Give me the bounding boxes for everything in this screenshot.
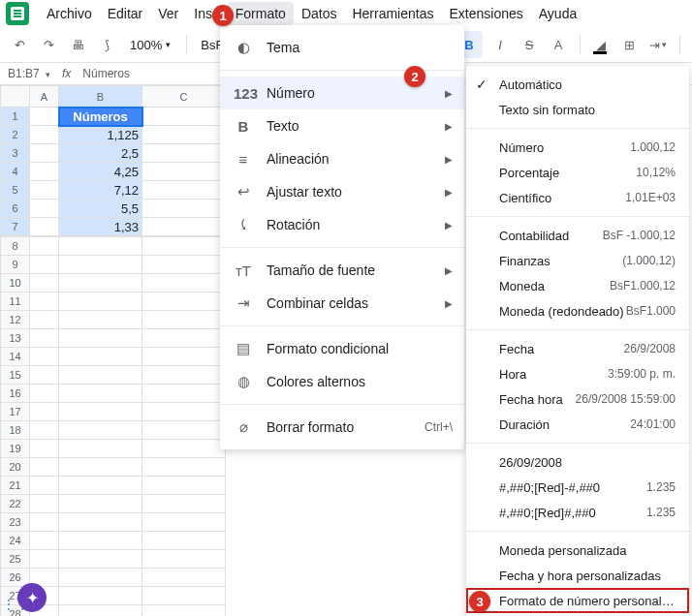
row-header[interactable]: 18 (1, 421, 30, 440)
cell[interactable] (30, 293, 59, 311)
cell[interactable] (142, 532, 226, 550)
cell[interactable] (59, 274, 142, 293)
cell[interactable] (142, 550, 226, 569)
cell[interactable] (142, 366, 226, 385)
format-theme[interactable]: ◐Tema (220, 31, 464, 64)
cell[interactable] (30, 513, 59, 532)
row-header[interactable]: 23 (1, 513, 30, 532)
cell[interactable] (59, 569, 142, 587)
cell[interactable] (30, 181, 59, 200)
row-header[interactable]: 5 (1, 181, 30, 200)
cell[interactable] (142, 421, 226, 440)
print-button[interactable]: 🖶 (66, 33, 89, 56)
menu-archivo[interactable]: Archivo (39, 2, 100, 25)
row-header[interactable]: 25 (1, 550, 30, 569)
numfmt-duration[interactable]: Duración24:01:00 (466, 412, 689, 437)
cell[interactable] (142, 348, 226, 366)
cell[interactable] (30, 329, 59, 348)
cell[interactable] (142, 385, 226, 403)
cell[interactable] (30, 108, 59, 126)
cell[interactable] (142, 513, 226, 532)
select-all-corner[interactable] (1, 86, 30, 108)
row-header[interactable]: 3 (1, 144, 30, 163)
menu-ayuda[interactable]: Ayuda (531, 2, 584, 25)
cell[interactable] (59, 293, 142, 311)
cell[interactable] (30, 274, 59, 293)
format-conditional[interactable]: ▤Formato condicional (220, 332, 464, 365)
format-merge[interactable]: ⇥Combinar celdas▶ (220, 287, 464, 320)
cell[interactable] (59, 348, 142, 366)
cell[interactable] (142, 293, 226, 311)
numfmt-currency-rounded[interactable]: Moneda (redondeado)BsF1.000 (466, 298, 689, 323)
cell[interactable] (30, 163, 59, 181)
cell[interactable] (30, 348, 59, 366)
explore-button[interactable]: ✦ (17, 583, 47, 612)
cell[interactable] (142, 569, 226, 587)
numfmt-scientific[interactable]: Científico1,01E+03 (466, 185, 689, 210)
cell[interactable] (59, 532, 142, 550)
menu-ver[interactable]: Ver (150, 2, 186, 25)
cell[interactable] (30, 477, 59, 495)
numfmt-number[interactable]: Número1.000,12 (466, 135, 689, 160)
undo-button[interactable]: ↶ (8, 33, 31, 56)
cell[interactable] (30, 311, 59, 329)
row-header[interactable]: 8 (1, 237, 30, 256)
row-header[interactable]: 7 (1, 218, 30, 236)
fill-color-button[interactable]: ◢ (590, 34, 612, 55)
cell[interactable] (142, 108, 226, 126)
col-header-a[interactable]: A (30, 86, 59, 108)
cell[interactable]: 7,12 (59, 181, 142, 200)
row-header[interactable]: 15 (1, 366, 30, 385)
cell[interactable] (30, 218, 59, 236)
cell[interactable] (30, 237, 59, 256)
row-header[interactable]: 14 (1, 348, 30, 366)
numfmt-currency[interactable]: MonedaBsF1.000,12 (466, 273, 689, 298)
menu-editar[interactable]: Editar (100, 2, 151, 25)
format-clear[interactable]: ⌀Borrar formatoCtrl+\ (220, 411, 464, 444)
cell[interactable] (142, 587, 226, 605)
cell[interactable] (59, 311, 142, 329)
merge-button[interactable]: ⇥▾ (646, 33, 670, 56)
cell[interactable] (30, 256, 59, 274)
zoom-select[interactable]: 100%▾ (124, 38, 176, 52)
cell[interactable] (59, 366, 142, 385)
format-number[interactable]: 123Número▶ (220, 77, 464, 109)
row-header[interactable]: 4 (1, 163, 30, 181)
row-header[interactable]: 24 (1, 532, 30, 550)
cell[interactable] (142, 126, 226, 144)
numfmt-percent[interactable]: Porcentaje10,12% (466, 160, 689, 185)
row-header[interactable]: 13 (1, 329, 30, 348)
borders-button[interactable]: ⊞ (617, 33, 641, 56)
cell[interactable] (142, 163, 226, 181)
cell[interactable] (142, 458, 226, 477)
format-wrap[interactable]: ↩Ajustar texto▶ (220, 175, 464, 208)
cell[interactable] (142, 329, 226, 348)
cell[interactable] (30, 366, 59, 385)
cell[interactable] (30, 440, 59, 458)
italic-button[interactable]: I (488, 33, 512, 56)
cell[interactable] (59, 403, 142, 421)
numfmt-custom2[interactable]: #,##0;[Red]-#,##01.235 (466, 475, 689, 500)
cell[interactable] (142, 274, 226, 293)
cell[interactable] (142, 477, 226, 495)
cell[interactable] (59, 385, 142, 403)
cell[interactable] (59, 495, 142, 513)
cell[interactable] (59, 237, 142, 256)
format-align[interactable]: ≡Alineación▶ (220, 142, 464, 175)
name-box[interactable]: B1:B7▾ (0, 67, 54, 80)
numfmt-accounting[interactable]: ContabilidadBsF -1.000,12 (466, 223, 689, 248)
cell[interactable] (142, 256, 226, 274)
cell[interactable] (30, 495, 59, 513)
numfmt-custom1[interactable]: 26/09/2008 (466, 449, 689, 475)
numfmt-custom3[interactable]: #,##0;[Red]#,##01.235 (466, 500, 689, 525)
row-header[interactable]: 2 (1, 126, 30, 144)
cell[interactable] (30, 550, 59, 569)
numfmt-datetime[interactable]: Fecha hora26/9/2008 15:59:00 (466, 386, 689, 412)
cell[interactable] (30, 144, 59, 163)
menu-herramientas[interactable]: Herramientas (344, 2, 441, 25)
row-header[interactable]: 11 (1, 293, 30, 311)
row-header[interactable]: 6 (1, 200, 30, 218)
menu-extensiones[interactable]: Extensiones (441, 2, 530, 25)
cell[interactable] (59, 513, 142, 532)
cell[interactable]: 2,5 (59, 144, 142, 163)
